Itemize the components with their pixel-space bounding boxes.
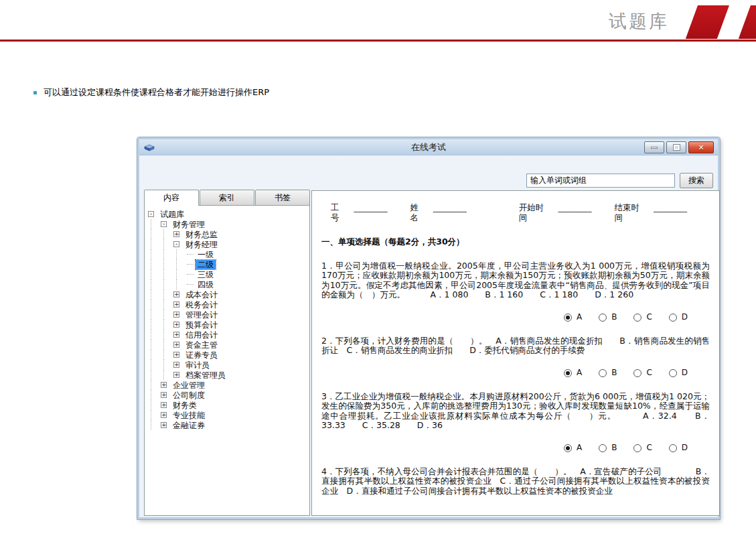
tree-item-label[interactable]: 资金主管 [183, 340, 220, 350]
expand-icon[interactable]: + [161, 412, 167, 418]
radio-icon[interactable] [669, 444, 677, 452]
tree-item[interactable]: +审计员 [147, 360, 308, 370]
collapse-icon[interactable]: - [148, 211, 154, 217]
answer-option-A[interactable]: A [564, 368, 582, 378]
tree-item[interactable]: +预算会计 [147, 320, 308, 330]
expand-icon[interactable]: + [173, 291, 179, 297]
tree-item[interactable]: -财务经理 [147, 239, 308, 249]
radio-icon[interactable] [633, 314, 641, 322]
tree-item[interactable]: +企业管理 [147, 380, 308, 390]
tree-item-label[interactable]: 试题库 [158, 210, 186, 219]
radio-icon[interactable] [669, 314, 677, 322]
minimize-icon[interactable] [644, 141, 664, 153]
tree-item[interactable]: +财务类 [147, 400, 308, 410]
tree-item-label[interactable]: 一级 [196, 250, 216, 259]
tree-item-label[interactable]: 专业技能 [171, 411, 207, 420]
expand-icon[interactable]: + [173, 332, 179, 338]
tree-item-label[interactable]: 信用会计 [183, 330, 220, 340]
tree-item-label[interactable]: 预算会计 [183, 320, 220, 330]
answer-option-B[interactable]: B [599, 368, 617, 378]
answer-option-D[interactable]: D [669, 368, 688, 378]
expand-icon[interactable]: + [173, 231, 179, 237]
tree-item[interactable]: -试题库 [147, 209, 308, 219]
answer-option-B[interactable]: B [599, 312, 617, 322]
radio-icon[interactable] [599, 314, 607, 322]
tab-1[interactable]: 索引 [200, 190, 254, 205]
expand-icon[interactable]: + [161, 392, 167, 398]
radio-icon[interactable] [633, 444, 641, 452]
tree-item-label[interactable]: 管理会计 [183, 310, 220, 320]
answer-option-C[interactable]: C [633, 312, 652, 322]
tree-item-label[interactable]: 档案管理员 [183, 370, 228, 380]
option-label: A [577, 443, 582, 453]
expand-icon[interactable]: + [173, 372, 179, 378]
tree-item-label[interactable]: 财务管理 [171, 220, 207, 229]
close-icon[interactable]: ✕ [688, 141, 714, 153]
tree-item[interactable]: 三级 [147, 269, 308, 279]
expand-icon[interactable]: + [173, 322, 179, 328]
expand-icon[interactable]: + [173, 312, 179, 318]
tree-item-label[interactable]: 金融证券 [171, 421, 207, 430]
answer-option-C[interactable]: C [633, 443, 652, 453]
tree-item[interactable]: +成本会计 [147, 289, 308, 299]
expand-icon[interactable]: + [161, 422, 167, 428]
tree-item[interactable]: +档案管理员 [147, 370, 308, 380]
tree-item[interactable]: +资金主管 [147, 340, 308, 350]
titlebar[interactable]: 在线考试 ✕ [139, 139, 718, 155]
collapse-icon[interactable]: - [173, 241, 179, 247]
answer-option-A[interactable]: A [564, 312, 582, 322]
tree-item-label[interactable]: 公司制度 [171, 391, 207, 400]
tree-item-label[interactable]: 四级 [196, 280, 216, 289]
tree-item-label[interactable]: 审计员 [183, 360, 212, 370]
tree-item[interactable]: 二级 [147, 259, 308, 269]
tree-item-label[interactable]: 三级 [196, 270, 216, 279]
header-divider [0, 40, 756, 42]
bullet-icon [33, 91, 37, 94]
expand-icon[interactable]: + [161, 402, 167, 408]
maximize-icon[interactable] [666, 141, 686, 153]
tree-item[interactable]: +信用会计 [147, 330, 308, 340]
tree-item[interactable]: +金融证券 [147, 420, 308, 430]
radio-icon[interactable] [599, 444, 607, 452]
tab-0[interactable]: 内容 [144, 190, 199, 206]
radio-icon[interactable] [564, 369, 572, 377]
search-input[interactable] [526, 174, 675, 188]
tree-item-label[interactable]: 财务经理 [183, 240, 220, 249]
tree-item[interactable]: -财务管理 [147, 219, 308, 229]
radio-icon[interactable] [669, 369, 677, 377]
tree-connector [185, 249, 196, 259]
tree-item-label[interactable]: 企业管理 [171, 381, 207, 390]
tree-item[interactable]: 一级 [147, 249, 308, 259]
radio-icon[interactable] [633, 369, 641, 377]
tree-item[interactable]: 四级 [147, 279, 308, 289]
tree-item-label[interactable]: 税务会计 [183, 300, 220, 310]
radio-icon[interactable] [564, 314, 572, 322]
tree-item[interactable]: +管理会计 [147, 310, 308, 320]
answer-option-D[interactable]: D [669, 443, 688, 453]
expand-icon[interactable]: + [173, 301, 179, 308]
answer-option-D[interactable]: D [669, 312, 688, 322]
tree-connector [185, 259, 196, 269]
tree-item-label[interactable]: 财务类 [171, 401, 199, 410]
tree-item[interactable]: +证券专员 [147, 350, 308, 360]
tree-item[interactable]: +税务会计 [147, 299, 308, 310]
tree-item-label[interactable]: 二级 [196, 260, 216, 269]
collapse-icon[interactable]: - [161, 221, 167, 227]
search-button[interactable]: 搜索 [680, 173, 713, 188]
tree-item-label[interactable]: 证券专员 [183, 350, 220, 360]
tree-item[interactable]: +公司制度 [147, 390, 308, 400]
expand-icon[interactable]: + [173, 342, 179, 348]
expand-icon[interactable]: + [161, 382, 167, 388]
answer-option-A[interactable]: A [564, 443, 582, 453]
expand-icon[interactable]: + [173, 352, 179, 358]
radio-icon[interactable] [599, 369, 607, 377]
tree-item[interactable]: +财务总监 [147, 229, 308, 239]
tree-item-label[interactable]: 成本会计 [183, 290, 220, 299]
tree-item-label[interactable]: 财务总监 [183, 230, 220, 239]
expand-icon[interactable]: + [173, 362, 179, 368]
answer-option-B[interactable]: B [599, 443, 617, 453]
tab-2[interactable]: 书签 [255, 190, 310, 205]
tree-item[interactable]: +专业技能 [147, 410, 308, 420]
answer-option-C[interactable]: C [633, 368, 652, 378]
radio-icon[interactable] [564, 444, 572, 452]
